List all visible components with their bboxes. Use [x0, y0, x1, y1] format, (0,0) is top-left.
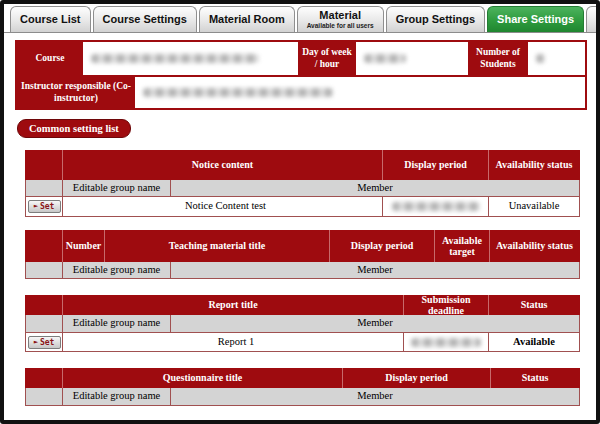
tab-course-list[interactable]: Course List [10, 6, 91, 32]
number-header: Number [63, 230, 105, 262]
set-button-label: Set [40, 338, 54, 347]
day-of-week-label: Day of week / hour [298, 42, 356, 75]
status-header: Status [489, 295, 580, 315]
status-header: Status [491, 368, 580, 388]
tab-label: Course List [20, 14, 81, 26]
redacted-day-hour [364, 54, 406, 63]
tab-past-data[interactable]: Past Data [586, 6, 600, 32]
tab-course-settings[interactable]: Course Settings [93, 6, 197, 32]
teaching-material-title-header: Teaching material title [105, 230, 330, 262]
teaching-material-table: Number Teaching material title Display p… [25, 230, 580, 279]
set-button[interactable]: ►Set [28, 336, 61, 349]
tab-label: Material Room [209, 14, 285, 26]
number-of-students-value [528, 42, 585, 75]
tab-group-settings[interactable]: Group Settings [386, 6, 485, 32]
number-of-students-label: Number of Students [468, 42, 528, 75]
set-button[interactable]: ►Set [28, 200, 61, 213]
member-header: Member [171, 180, 580, 197]
course-info-box: Course Day of week / hour Number of Stud… [15, 40, 587, 110]
editable-group-name-header: Editable group name [63, 262, 171, 279]
notice-set-cell: ►Set [25, 197, 63, 217]
subheader-spacer [25, 262, 63, 279]
tab-material-room[interactable]: Material Room [199, 6, 295, 32]
tab-material-all-users[interactable]: Material Available for all users [297, 6, 384, 32]
common-setting-list-button[interactable]: Common setting list [17, 119, 131, 138]
availability-status-header: Availability status [489, 150, 580, 180]
redacted-display-period [392, 202, 480, 211]
redacted-course-name [91, 54, 259, 63]
instructor-label: Instructor responsible (Co-instructor) [17, 77, 135, 108]
editable-group-name-header: Editable group name [63, 388, 171, 406]
page-frame: Course List Course Settings Material Roo… [0, 0, 600, 424]
notice-display-period-cell [383, 197, 489, 217]
set-button-label: Set [40, 202, 54, 211]
tab-share-settings[interactable]: Share Settings [487, 6, 584, 32]
play-arrow-icon: ► [34, 203, 38, 210]
questionnaire-table: Questionnaire title Display period Statu… [25, 368, 580, 406]
member-header: Member [171, 388, 580, 406]
report-row: ►Set Report 1 Available [25, 333, 580, 352]
instructor-value [135, 77, 585, 108]
notice-row: ►Set Notice Content test Unavailable [25, 197, 580, 217]
questionnaire-title-header: Questionnaire title [63, 368, 343, 388]
notice-table: Notice content Display period Availabili… [25, 150, 580, 217]
course-value [83, 42, 298, 75]
report-status-cell: Available [489, 333, 580, 352]
member-header: Member [171, 262, 580, 279]
report-set-column-header [25, 295, 63, 315]
questionnaire-set-column-header [25, 368, 63, 388]
material-set-column-header [25, 230, 63, 262]
display-period-header: Display period [330, 230, 435, 262]
day-of-week-value [356, 42, 468, 75]
subheader-spacer [25, 180, 63, 197]
redacted-student-count [536, 54, 545, 63]
subheader-spacer [25, 315, 63, 333]
notice-title-cell: Notice Content test [63, 197, 383, 217]
subheader-spacer [25, 388, 63, 406]
member-header: Member [171, 315, 580, 333]
report-table: Report title Submission deadline Status … [25, 295, 580, 352]
main-content: Course Day of week / hour Number of Stud… [4, 33, 596, 406]
tab-bar: Course List Course Settings Material Roo… [4, 4, 596, 33]
submission-deadline-header: Submission deadline [404, 295, 489, 315]
tab-label: Group Settings [396, 14, 475, 26]
report-set-cell: ►Set [25, 333, 63, 352]
available-target-header: Available target [435, 230, 490, 262]
play-arrow-icon: ► [34, 339, 38, 346]
editable-group-name-header: Editable group name [63, 180, 171, 197]
notice-status-cell: Unavailable [489, 197, 580, 217]
redacted-deadline [411, 338, 481, 347]
editable-group-name-header: Editable group name [63, 315, 171, 333]
tab-label: Material [319, 10, 361, 22]
redacted-instructor-names [143, 88, 333, 97]
report-title-cell: Report 1 [63, 333, 404, 352]
display-period-header: Display period [343, 368, 491, 388]
tab-sublabel: Available for all users [307, 22, 374, 29]
display-period-header: Display period [383, 150, 489, 180]
tab-label: Share Settings [497, 14, 574, 26]
notice-content-header: Notice content [63, 150, 383, 180]
report-title-header: Report title [63, 295, 404, 315]
notice-set-column-header [25, 150, 63, 180]
report-deadline-cell [404, 333, 489, 352]
course-label: Course [17, 42, 83, 75]
availability-status-header: Availability status [490, 230, 580, 262]
tab-label: Past Data [596, 14, 600, 26]
tab-label: Course Settings [103, 14, 187, 26]
